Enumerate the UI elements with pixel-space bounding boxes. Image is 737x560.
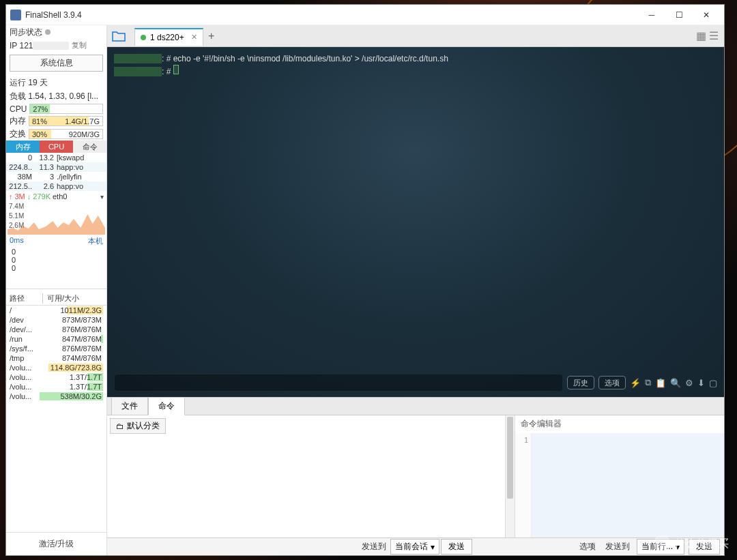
disk-row: /run847M/876M <box>6 334 106 344</box>
paste-icon[interactable]: 📋 <box>655 378 666 388</box>
command-editor-title: 命令编辑器 <box>515 415 724 432</box>
network-chart: 7.4M5.1M2.6M <box>8 202 105 235</box>
terminal[interactable]: xxxxxxxxxxx: # echo -e '#!/bin/sh -e \ni… <box>107 47 724 397</box>
memory-metric: 内存 81%1.4G/1.7G <box>6 115 106 128</box>
process-row: 38M3./jellyfin <box>6 172 106 181</box>
download-icon[interactable]: ⬇ <box>697 378 705 388</box>
disk-row: /sys/f...876M/876M <box>6 344 106 353</box>
disk-row: /dev/...876M/876M <box>6 325 106 334</box>
titlebar: FinalShell 3.9.4 ─ ☐ ✕ <box>6 5 724 25</box>
scrollbar[interactable] <box>505 415 515 537</box>
cursor <box>173 65 179 74</box>
sync-dot-icon <box>45 29 50 35</box>
search-icon[interactable]: 🔍 <box>670 378 681 388</box>
minimize-button[interactable]: ─ <box>638 5 665 25</box>
system-info-button[interactable]: 系统信息 <box>10 55 103 72</box>
disk-row: /1011M/2.3G <box>6 306 106 315</box>
line-gutter: 1 <box>515 433 532 537</box>
folder-icon: 🗀 <box>116 422 124 431</box>
disk-row: /volu...1.3T/1.7T <box>6 382 106 392</box>
tab-bar: 1 ds220+ ✕ + ▦ ☰ <box>107 25 724 47</box>
chevron-down-icon: ▾ <box>100 193 104 201</box>
session-tab[interactable]: 1 ds220+ ✕ <box>134 28 203 46</box>
tab-command[interactable]: 命令 <box>148 397 185 415</box>
maximize-button[interactable]: ☐ <box>665 5 693 25</box>
session-select[interactable]: 当前会话▾ <box>390 539 439 555</box>
tab-memory[interactable]: 内存 <box>6 141 40 153</box>
terminal-input[interactable] <box>114 374 563 392</box>
network-row[interactable]: ↑3M ↓279K eth0 ▾ <box>6 191 106 202</box>
disk-row: /volu...538M/30.2G <box>6 392 106 401</box>
command-editor-panel: 命令编辑器 1 <box>515 415 724 537</box>
sync-status: 同步状态 <box>6 25 106 39</box>
bottom-tabs: 文件 命令 <box>107 397 724 415</box>
grid-view-icon[interactable]: ▦ <box>696 29 706 42</box>
tab-file[interactable]: 文件 <box>111 397 148 415</box>
copy-ip-button[interactable]: 复制 <box>72 40 87 50</box>
bottom-toolbar: 发送到 当前会话▾ 发送 选项 发送到 当前行...▾ 发送 <box>107 537 724 555</box>
disk-row: /volu...1.3T/1.7T <box>6 372 106 382</box>
chevron-down-icon: ▾ <box>431 542 435 552</box>
upload-icon: ↑ <box>9 192 13 201</box>
add-tab-button[interactable]: + <box>203 30 220 42</box>
gear-icon[interactable]: ⚙ <box>685 378 693 388</box>
process-row: 224.8..11.3happ:vo <box>6 162 106 172</box>
disk-row: /tmp874M/876M <box>6 353 106 363</box>
load-label: 负载 1.54, 1.33, 0.96 [l... <box>6 89 106 103</box>
editor-body[interactable] <box>532 433 724 537</box>
tab-cpu[interactable]: CPU <box>40 141 73 153</box>
ip-row: IP 121xxx.xxx 复制 <box>6 39 106 52</box>
close-tab-button[interactable]: ✕ <box>191 33 197 42</box>
list-view-icon[interactable]: ☰ <box>709 29 719 42</box>
folder-icon[interactable] <box>111 29 128 43</box>
disk-row: /volu...114.8G/723.8G <box>6 363 106 372</box>
app-title: FinalShell 3.9.4 <box>25 10 638 20</box>
watermark: 什么值得买 <box>654 535 729 552</box>
app-window: FinalShell 3.9.4 ─ ☐ ✕ 同步状态 IP 121xxx.xx… <box>5 4 725 556</box>
process-row: 013.2[kswapd <box>6 153 106 162</box>
disk-row: /dev873M/873M <box>6 315 106 325</box>
copy-icon[interactable]: ⧉ <box>645 377 651 388</box>
disk-header: 路径可用/大小 <box>6 292 106 306</box>
process-row: 212.5..2.6happ:vo <box>6 181 106 191</box>
category-panel: 🗀 默认分类 <box>107 415 515 537</box>
fullscreen-icon[interactable]: ▢ <box>709 378 717 388</box>
history-button[interactable]: 历史 <box>567 376 594 389</box>
bottom-panel: 🗀 默认分类 命令编辑器 1 <box>107 415 724 537</box>
process-tabs[interactable]: 内存 CPU 命令 <box>6 141 106 153</box>
latency-chart <box>8 272 105 286</box>
sidebar: 同步状态 IP 121xxx.xxx 复制 系统信息 运行 19 天 负载 1.… <box>6 25 107 555</box>
tab-command[interactable]: 命令 <box>73 141 106 153</box>
app-icon <box>10 10 21 20</box>
default-category[interactable]: 🗀 默认分类 <box>110 418 166 434</box>
activate-button[interactable]: 激活/升级 <box>6 532 106 555</box>
swap-metric: 交换 30%920M/3G <box>6 128 106 141</box>
bolt-icon[interactable]: ⚡ <box>630 378 641 388</box>
options-button[interactable]: 选项 <box>577 541 598 552</box>
uptime-label: 运行 19 天 <box>6 76 106 89</box>
send-button[interactable]: 发送 <box>441 539 472 555</box>
close-button[interactable]: ✕ <box>693 5 720 25</box>
status-dot-icon <box>141 35 146 40</box>
cpu-metric: CPU 27% <box>6 103 106 115</box>
latency-row: 0ms本机 <box>6 235 106 248</box>
options-button[interactable]: 选项 <box>598 376 626 389</box>
download-icon: ↓ <box>27 192 31 201</box>
